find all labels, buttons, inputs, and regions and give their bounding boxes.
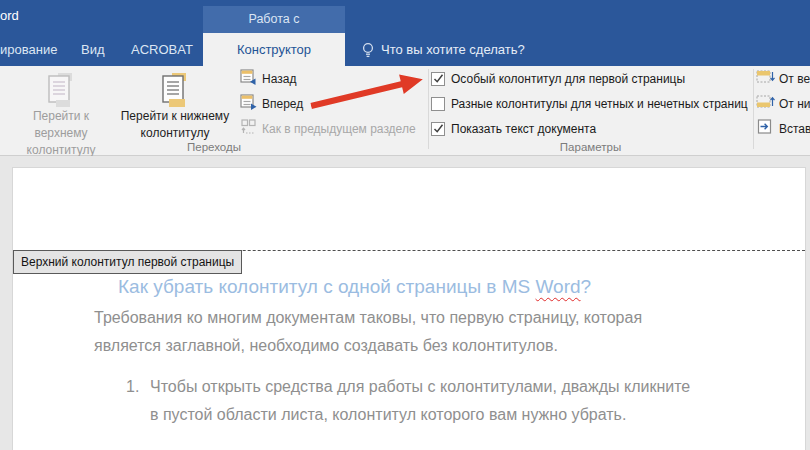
window-title-fragment: ord <box>0 6 19 26</box>
link-to-previous-button[interactable]: Как в предыдущем разделе <box>240 120 416 137</box>
tab-design-active[interactable]: Конструктор <box>203 33 345 66</box>
insert-alignment-tab-button[interactable]: Встави <box>756 120 810 137</box>
group-separator <box>428 69 429 149</box>
footer-from-bottom-icon <box>756 94 775 113</box>
checkbox-box[interactable] <box>431 122 445 136</box>
heading-suffix: ? <box>581 276 592 297</box>
go-to-footer-icon <box>157 71 193 107</box>
checkbox-show-document-text[interactable]: Показать текст документа <box>431 121 596 136</box>
back-icon <box>240 69 257 89</box>
group-label-options: Параметры <box>428 141 753 153</box>
tab-acrobat[interactable]: ACROBAT <box>131 33 193 66</box>
back-label: Назад <box>262 72 296 86</box>
insert-alignment-tab-icon <box>756 119 775 138</box>
checkbox-label: Разные колонтитулы для четных и нечетных… <box>451 97 748 111</box>
ribbon-tab-bar: ирование Вид ACROBAT Конструктор Что вы … <box>0 33 810 66</box>
forward-label: Вперед <box>262 97 303 111</box>
checkbox-different-first-page[interactable]: Особый колонтитул для первой страницы <box>431 71 685 86</box>
heading-text: Как убрать колонтитул с одной страницы в… <box>118 276 536 297</box>
group-separator <box>753 69 754 149</box>
forward-icon <box>240 94 257 114</box>
tell-me-box[interactable]: Что вы хотите сделать? <box>381 33 525 66</box>
list-text: Чтобы открыть средства для работы с коло… <box>150 373 690 429</box>
insert-alignment-tab-label: Встави <box>779 122 810 136</box>
header-from-top-button[interactable]: От вер <box>756 70 810 87</box>
word-window: ord Работа с колонтитулами ирование Вид … <box>0 0 810 450</box>
header-from-top-label: От вер <box>779 72 810 86</box>
misspelled-word: Word <box>536 276 581 297</box>
checkbox-box[interactable] <box>431 72 445 86</box>
footer-from-bottom-button[interactable]: От ниж <box>756 95 810 112</box>
header-from-top-icon <box>756 69 775 88</box>
checkbox-odd-even-pages[interactable]: Разные колонтитулы для четных и нечетных… <box>431 96 748 111</box>
tab-view[interactable]: Вид <box>81 33 105 66</box>
group-label-navigation: Переходы <box>0 141 428 153</box>
checkbox-box[interactable] <box>431 97 445 111</box>
checkbox-label: Показать текст документа <box>451 122 596 136</box>
go-to-header-icon <box>43 71 79 107</box>
document-paragraph[interactable]: Требования ко многим документам таковы, … <box>94 304 642 360</box>
check-icon <box>433 73 444 84</box>
link-to-previous-icon <box>240 119 257 139</box>
footer-from-bottom-label: От ниж <box>779 97 810 111</box>
go-to-footer-button[interactable]: Перейти к нижнему колонтитулу <box>116 68 234 152</box>
back-button[interactable]: Назад <box>240 70 296 87</box>
title-bar: ord Работа с колонтитулами <box>0 0 810 33</box>
document-list-item[interactable]: 1. Чтобы открыть средства для работы с к… <box>126 373 690 429</box>
forward-button[interactable]: Вперед <box>240 95 303 112</box>
checkbox-label: Особый колонтитул для первой страницы <box>451 72 685 86</box>
go-to-header-button[interactable]: Перейти к верхнему колонтитулу <box>8 68 114 152</box>
lightbulb-icon <box>360 41 376 63</box>
document-area: Верхний колонтитул первой страницы Как у… <box>0 156 810 450</box>
first-page-header-tag: Верхний колонтитул первой страницы <box>13 250 242 274</box>
list-number: 1. <box>126 373 144 429</box>
contextual-tab-group-header: Работа с колонтитулами <box>203 6 345 33</box>
document-page[interactable]: Верхний колонтитул первой страницы Как у… <box>12 167 806 450</box>
go-to-footer-label: Перейти к нижнему колонтитулу <box>116 108 234 142</box>
check-icon <box>433 123 444 134</box>
tab-review-partial[interactable]: ирование <box>0 33 57 66</box>
document-heading[interactable]: Как убрать колонтитул с одной страницы в… <box>118 274 591 300</box>
link-to-previous-label: Как в предыдущем разделе <box>262 122 416 136</box>
